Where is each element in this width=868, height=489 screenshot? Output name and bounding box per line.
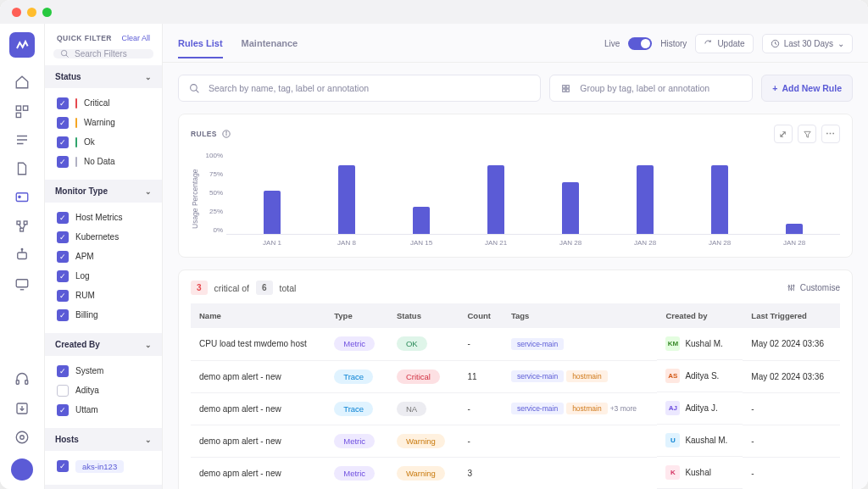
bar[interactable]	[786, 224, 803, 234]
list-icon[interactable]	[14, 132, 30, 147]
home-icon[interactable]	[14, 75, 30, 90]
maximize-dot[interactable]	[42, 8, 52, 17]
checkbox[interactable]	[57, 136, 69, 148]
settings-icon[interactable]	[14, 430, 30, 445]
filter-row[interactable]: Warning	[53, 113, 153, 132]
close-dot[interactable]	[12, 8, 21, 17]
section-status-header[interactable]: Status⌄	[45, 65, 162, 88]
filter-row[interactable]: Host Metrics	[53, 208, 153, 227]
filter-row[interactable]: Ok	[53, 132, 153, 152]
table-row[interactable]: demo apm alert - newTraceNA-service-main…	[191, 392, 840, 425]
tag-chip[interactable]: service-main	[511, 370, 564, 382]
clear-all-link[interactable]: Clear All	[121, 34, 150, 42]
bar[interactable]	[487, 165, 504, 234]
checkbox[interactable]	[57, 212, 69, 224]
tab-rules-list[interactable]: Rules List	[178, 38, 223, 58]
section-monitor-header[interactable]: Monitor Type⌄	[45, 180, 162, 203]
filter-row[interactable]: Kubernetes	[53, 227, 153, 247]
column-header[interactable]: Status	[388, 303, 459, 328]
checkbox[interactable]	[57, 460, 69, 472]
checkbox[interactable]	[57, 290, 69, 302]
filter-row[interactable]: System	[53, 361, 153, 381]
column-header[interactable]: Last Triggered	[743, 303, 840, 328]
filter-chart-button[interactable]	[798, 125, 816, 143]
filter-label: aks-in123	[75, 460, 124, 473]
minimize-dot[interactable]	[27, 8, 36, 17]
column-header[interactable]: Created by	[657, 303, 743, 328]
bar-column	[235, 191, 309, 234]
live-toggle[interactable]	[628, 37, 652, 50]
section-hosts-header[interactable]: Hosts⌄	[45, 428, 162, 451]
tab-maintenance[interactable]: Maintenance	[242, 38, 298, 58]
checkbox[interactable]	[57, 365, 69, 377]
filter-row[interactable]: Critical	[53, 93, 153, 113]
table-row[interactable]: demo apm alert - newMetricWarning-UKaush…	[191, 425, 840, 457]
filter-row[interactable]: aks-in123	[53, 456, 153, 476]
expand-button[interactable]: ⤢	[774, 125, 793, 143]
update-button[interactable]: Update	[695, 34, 753, 53]
column-header[interactable]: Type	[326, 303, 388, 328]
bar[interactable]	[562, 182, 579, 234]
bar[interactable]	[413, 207, 430, 234]
checkbox[interactable]	[57, 270, 69, 282]
file-icon[interactable]	[14, 161, 30, 176]
tag-chip[interactable]: service-main	[511, 403, 564, 414]
user-avatar[interactable]	[11, 458, 33, 481]
checkbox[interactable]	[57, 404, 69, 416]
bar[interactable]	[264, 191, 281, 234]
install-icon[interactable]	[14, 401, 30, 416]
more-button[interactable]: ⋯	[821, 125, 840, 143]
add-new-rule-button[interactable]: +Add New Rule	[761, 75, 853, 102]
checkbox[interactable]	[57, 97, 69, 109]
monitor-icon[interactable]	[14, 276, 30, 292]
more-tags[interactable]: +3 more	[610, 404, 637, 413]
filter-row[interactable]: Billing	[53, 305, 153, 325]
alert-icon[interactable]	[14, 190, 30, 205]
column-header[interactable]: Name	[191, 303, 326, 328]
filter-row[interactable]: No Data	[53, 152, 153, 171]
filter-row[interactable]: Log	[53, 266, 153, 286]
info-icon[interactable]	[222, 130, 231, 138]
filter-row[interactable]: APM	[53, 247, 153, 266]
tag-chip[interactable]: hostmain	[566, 370, 608, 382]
table-row[interactable]: demo apm alert - newTraceCritical11servi…	[191, 360, 840, 392]
checkbox[interactable]	[57, 385, 69, 397]
group-by-input[interactable]: Group by tag, label or annotation	[549, 75, 753, 102]
app-logo[interactable]	[9, 32, 35, 58]
search-filters-input[interactable]: Search Filters	[53, 49, 153, 58]
svg-rect-10	[20, 228, 24, 231]
checkbox[interactable]	[57, 117, 69, 129]
table-row[interactable]: demo apm alert - newMetricWarning3KKusha…	[191, 457, 840, 489]
avatar: KM	[665, 336, 680, 351]
checkbox[interactable]	[57, 156, 69, 168]
checkbox[interactable]	[57, 251, 69, 263]
stack-icon[interactable]	[14, 103, 30, 119]
customise-button[interactable]: Customise	[787, 283, 840, 292]
bar[interactable]	[338, 165, 355, 234]
filter-row[interactable]: RUM	[53, 286, 153, 305]
checkbox[interactable]	[57, 309, 69, 321]
bar[interactable]	[711, 165, 728, 234]
status-indicator	[75, 157, 77, 167]
support-icon[interactable]	[14, 372, 30, 387]
tag-chip[interactable]: service-main	[511, 338, 564, 350]
checkbox[interactable]	[57, 231, 69, 243]
bar[interactable]	[637, 165, 654, 234]
bot-icon[interactable]	[14, 247, 30, 263]
column-header[interactable]: Tags	[503, 303, 657, 328]
tag-chip[interactable]: hostmain	[566, 403, 608, 414]
section-createdby-header[interactable]: Created By⌄	[45, 333, 162, 356]
nodes-icon[interactable]	[14, 219, 30, 234]
column-header[interactable]: Count	[459, 303, 502, 328]
status-pill: OK	[397, 336, 427, 351]
table-row[interactable]: CPU load test mwdemo hostMetricOK-servic…	[191, 328, 840, 360]
search-icon	[60, 49, 70, 58]
filter-row[interactable]: Uttam	[53, 400, 153, 420]
triggered-cell: May 02 2024 03:36	[743, 328, 840, 360]
search-rules-input[interactable]: Search by name, tag, label or annotation	[178, 75, 541, 102]
tags-cell	[503, 425, 657, 457]
filter-row[interactable]: Aditya	[53, 381, 153, 400]
daterange-button[interactable]: Last 30 Days⌄	[762, 34, 853, 53]
type-pill: Metric	[334, 466, 375, 481]
section-tags-header[interactable]: Tags⌄	[45, 485, 162, 489]
